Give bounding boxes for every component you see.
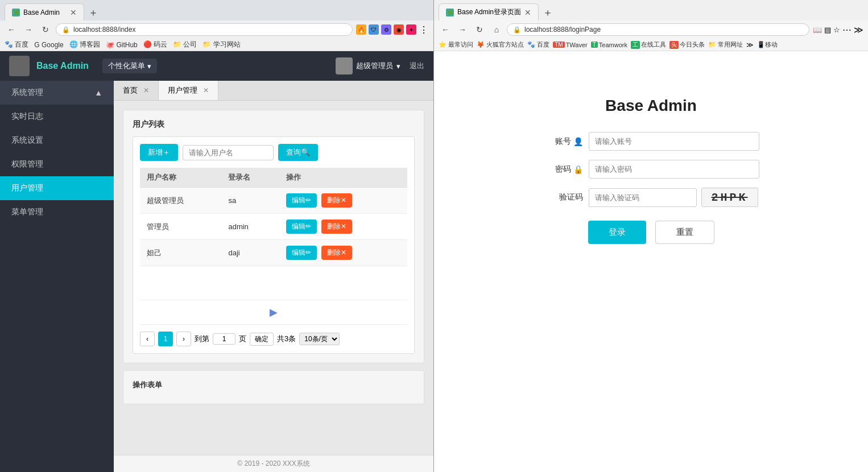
right-address-text: localhost:8888/loginPage bbox=[524, 26, 601, 34]
content-tab-home[interactable]: 首页 ✕ bbox=[114, 81, 159, 100]
right-bookmarks-bar: ⭐ 最常访问 🦊 火狐官方站点 🐾 百度 TM TWaver T Teamwor… bbox=[434, 39, 868, 51]
right-back-btn[interactable]: ← bbox=[439, 23, 452, 36]
bm-github[interactable]: 🐙 GitHub bbox=[106, 41, 138, 49]
right-reader-icon[interactable]: 📖 bbox=[813, 26, 822, 34]
cell-username: 管理员 bbox=[140, 214, 221, 240]
login-button[interactable]: 登录 bbox=[588, 221, 646, 244]
add-user-button[interactable]: 新增＋ bbox=[140, 144, 178, 161]
ext-icon-5[interactable]: ✦ bbox=[406, 24, 416, 35]
left-reload-btn[interactable]: ↻ bbox=[39, 23, 52, 36]
right-bm-teamwork[interactable]: T Teamwork bbox=[591, 42, 627, 48]
goto-confirm-btn[interactable]: 确定 bbox=[250, 333, 274, 346]
left-lock-icon: 🔒 bbox=[62, 26, 70, 34]
left-tab-1-close[interactable]: ✕ bbox=[70, 8, 77, 17]
page-size-select[interactable]: 10条/页 20条/页 50条/页 bbox=[299, 333, 340, 345]
right-forward-btn[interactable]: → bbox=[456, 23, 469, 36]
cell-username: 妲己 bbox=[140, 240, 221, 266]
reset-button[interactable]: 重置 bbox=[655, 221, 714, 244]
right-bm-firefox[interactable]: 🦊 火狐官方站点 bbox=[477, 40, 524, 49]
logout-btn[interactable]: 退出 bbox=[410, 61, 424, 71]
right-bm-twaver[interactable]: TM TWaver bbox=[553, 42, 588, 48]
delete-button-1[interactable]: 删除✕ bbox=[321, 193, 352, 208]
sidebar-item-realtime-log[interactable]: 实时日志 bbox=[0, 105, 114, 129]
search-input[interactable] bbox=[183, 145, 274, 160]
bm-study[interactable]: 📁 学习网站 bbox=[202, 40, 240, 49]
left-forward-btn[interactable]: → bbox=[22, 23, 35, 36]
left-bookmark-icons: 🔥 🛡 ⚙ ◉ ✦ ⋮ bbox=[356, 24, 429, 35]
right-bm-common[interactable]: 📁 常用网址 bbox=[708, 40, 743, 49]
personalized-menu-btn[interactable]: 个性化菜单 ▾ bbox=[102, 59, 157, 73]
captcha-text: 2HPK bbox=[711, 191, 747, 204]
right-bookmark-icon[interactable]: ☆ bbox=[833, 26, 840, 34]
left-tab-1[interactable]: 🌿 Base Admin ✕ bbox=[5, 3, 84, 20]
right-sidebar-icon[interactable]: ▤ bbox=[824, 26, 831, 34]
query-button[interactable]: 查询🔍 bbox=[278, 144, 318, 161]
right-reload-btn[interactable]: ↻ bbox=[473, 23, 486, 36]
captcha-row: 验证码 2HPK bbox=[543, 188, 759, 207]
bm-baidu[interactable]: 🐾 百度 bbox=[5, 40, 28, 49]
captcha-input[interactable] bbox=[589, 188, 697, 207]
right-bm-tools[interactable]: 工 在线工具 bbox=[631, 40, 666, 49]
header-user-btn[interactable]: 超级管理员 ▾ bbox=[336, 57, 400, 74]
left-tab-bar-area: 🌿 Base Admin ✕ ＋ bbox=[0, 0, 433, 20]
edit-button-3[interactable]: 编辑✏ bbox=[286, 246, 317, 260]
ext-icon-1[interactable]: 🔥 bbox=[356, 24, 366, 35]
left-tab-favicon: 🌿 bbox=[12, 9, 20, 16]
prev-page-btn[interactable]: ‹ bbox=[140, 332, 155, 346]
bm-google[interactable]: G Google bbox=[34, 41, 63, 49]
main-content: 用户列表 新增＋ 查询🔍 bbox=[114, 101, 433, 420]
ext-icon-3[interactable]: ⚙ bbox=[381, 24, 391, 35]
login-buttons: 登录 重置 bbox=[543, 221, 759, 244]
page-1-btn[interactable]: 1 bbox=[158, 332, 173, 346]
personalized-menu-label: 个性化菜单 bbox=[108, 61, 145, 71]
right-bm-more[interactable]: ≫ bbox=[746, 41, 754, 49]
sidebar-section-system[interactable]: 系统管理 ▲ bbox=[0, 81, 114, 105]
account-icon: 👤 bbox=[573, 137, 583, 146]
next-page-btn[interactable]: › bbox=[176, 332, 191, 346]
content-tab-user-mgmt[interactable]: 用户管理 ✕ bbox=[159, 81, 218, 100]
goto-page-input[interactable] bbox=[213, 333, 235, 345]
captcha-image[interactable]: 2HPK bbox=[701, 188, 758, 207]
sidebar-item-menu-management[interactable]: 菜单管理 bbox=[0, 200, 114, 224]
password-input[interactable] bbox=[589, 160, 759, 179]
cell-loginname: daji bbox=[221, 240, 279, 266]
ext-icon-2[interactable]: 🛡 bbox=[369, 24, 379, 35]
right-bm-toutiao[interactable]: 头 今日头条 bbox=[669, 40, 705, 49]
left-back-btn[interactable]: ← bbox=[5, 23, 18, 36]
col-actions: 操作 bbox=[279, 168, 407, 188]
cell-username: 超级管理员 bbox=[140, 188, 221, 214]
right-menu-more[interactable]: ≫ bbox=[854, 24, 863, 35]
edit-button-1[interactable]: 编辑✏ bbox=[286, 193, 317, 208]
left-address-box[interactable]: 🔒 localhost:8888/index bbox=[56, 23, 353, 36]
right-bm-mobile[interactable]: 📱移动 bbox=[757, 40, 778, 49]
bm-company[interactable]: 📁 公司 bbox=[173, 40, 197, 49]
ext-icon-4[interactable]: ◉ bbox=[394, 24, 404, 35]
edit-button-2[interactable]: 编辑✏ bbox=[286, 220, 317, 234]
delete-button-3[interactable]: 删除✕ bbox=[321, 246, 352, 260]
right-home-btn[interactable]: ⌂ bbox=[490, 23, 503, 36]
sidebar-item-user-management[interactable]: 用户管理 bbox=[0, 176, 114, 200]
right-new-tab-btn[interactable]: ＋ bbox=[540, 5, 556, 20]
content-tab-user-close[interactable]: ✕ bbox=[203, 86, 209, 94]
left-address-text: localhost:8888/index bbox=[73, 26, 135, 34]
delete-button-2[interactable]: 删除✕ bbox=[321, 220, 352, 234]
content-tab-home-close[interactable]: ✕ bbox=[143, 86, 149, 94]
sidebar-item-permission[interactable]: 权限管理 bbox=[0, 152, 114, 176]
right-tab-1[interactable]: 🌿 Base Admin登录页面 ✕ bbox=[439, 3, 539, 20]
scroll-container[interactable]: 用户列表 新增＋ 查询🔍 bbox=[114, 101, 433, 455]
app-header: Base Admin 个性化菜单 ▾ 超级管理员 ▾ 退出 bbox=[0, 51, 433, 81]
bm-mayun[interactable]: 🔴 码云 bbox=[143, 40, 167, 49]
left-new-tab-btn[interactable]: ＋ bbox=[85, 5, 101, 20]
bm-bokeyuan[interactable]: 🌐 博客园 bbox=[69, 40, 100, 49]
sidebar-item-system-settings[interactable]: 系统设置 bbox=[0, 129, 114, 152]
right-tab-1-close[interactable]: ✕ bbox=[524, 8, 531, 17]
password-row: 密码 🔒 bbox=[543, 160, 759, 179]
right-menu-btn[interactable]: ⋯ bbox=[842, 24, 852, 35]
right-address-box[interactable]: 🔒 localhost:8888/loginPage bbox=[507, 23, 809, 36]
op-form-title: 操作表单 bbox=[133, 380, 415, 390]
right-bm-baidu[interactable]: 🐾 百度 bbox=[527, 40, 549, 49]
account-input[interactable] bbox=[589, 132, 759, 151]
cell-actions: 编辑✏ 删除✕ bbox=[279, 240, 407, 266]
right-bm-frequent[interactable]: ⭐ 最常访问 bbox=[439, 40, 473, 49]
left-menu-btn[interactable]: ⋮ bbox=[419, 24, 429, 35]
